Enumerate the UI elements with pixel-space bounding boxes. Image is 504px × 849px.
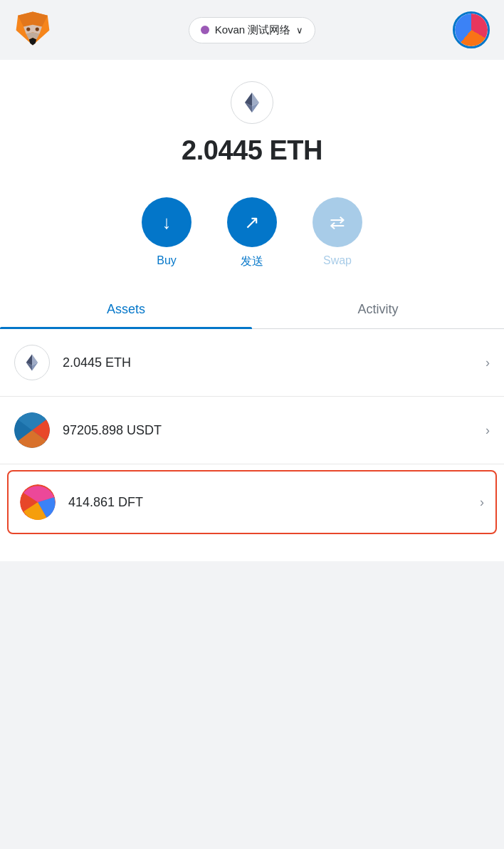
eth-balance: 2.0445 ETH: [182, 135, 322, 166]
swap-action[interactable]: ⇄ Swap: [313, 197, 362, 269]
main-content: 2.0445 ETH ↓ Buy ↗ 发送 ⇄ Swap Assets Act: [0, 60, 504, 561]
action-buttons: ↓ Buy ↗ 发送 ⇄ Swap: [0, 180, 504, 291]
network-status-dot: [201, 26, 209, 34]
buy-label: Buy: [157, 254, 177, 267]
account-avatar[interactable]: [453, 11, 490, 48]
ethereum-small-icon: [22, 353, 42, 373]
send-action[interactable]: ↗ 发送: [227, 197, 277, 269]
chevron-down-icon: ∨: [296, 25, 303, 36]
dft-icon-svg: [20, 484, 56, 520]
dft-token-icon: [20, 484, 56, 520]
asset-item-dft[interactable]: 414.861 DFT ›: [7, 470, 497, 534]
asset-item-usdt[interactable]: 97205.898 USDT ›: [0, 397, 504, 464]
asset-item-eth[interactable]: 2.0445 ETH ›: [0, 329, 504, 397]
tab-bar: Assets Activity: [0, 291, 504, 329]
header: Kovan 测试网络 ∨: [0, 0, 504, 60]
tab-assets[interactable]: Assets: [0, 291, 252, 328]
send-button[interactable]: ↗: [227, 197, 277, 247]
buy-action[interactable]: ↓ Buy: [142, 197, 191, 269]
asset-list: 2.0445 ETH › 97205.898 USDT ›: [0, 329, 504, 534]
eth-balance-label: 2.0445 ETH: [63, 355, 485, 370]
avatar-color-orb: [455, 14, 488, 46]
dft-chevron-icon: ›: [480, 495, 484, 510]
usdt-token-icon: [14, 412, 50, 448]
dft-balance-label: 414.861 DFT: [68, 495, 480, 510]
usdt-icon-svg: [14, 412, 50, 448]
buy-button[interactable]: ↓: [142, 197, 191, 247]
svg-point-10: [36, 27, 39, 31]
buy-icon: ↓: [162, 212, 172, 234]
network-selector[interactable]: Kovan 测试网络 ∨: [189, 17, 316, 43]
svg-point-9: [26, 27, 30, 31]
metamask-logo[interactable]: [14, 10, 51, 50]
swap-button[interactable]: ⇄: [313, 197, 362, 247]
swap-icon: ⇄: [330, 212, 345, 234]
eth-chevron-icon: ›: [485, 355, 490, 370]
balance-section: 2.0445 ETH: [0, 60, 504, 180]
send-icon: ↗: [244, 212, 260, 234]
eth-token-icon: [14, 345, 50, 380]
network-name: Kovan 测试网络: [215, 24, 291, 37]
usdt-balance-label: 97205.898 USDT: [63, 423, 485, 438]
svg-marker-16: [26, 354, 32, 365]
svg-marker-12: [245, 93, 252, 106]
ethereum-icon: [240, 90, 264, 115]
usdt-chevron-icon: ›: [485, 423, 490, 438]
tab-activity[interactable]: Activity: [252, 291, 504, 328]
eth-logo-circle: [231, 81, 273, 124]
swap-label: Swap: [323, 254, 352, 267]
send-label: 发送: [241, 254, 263, 269]
